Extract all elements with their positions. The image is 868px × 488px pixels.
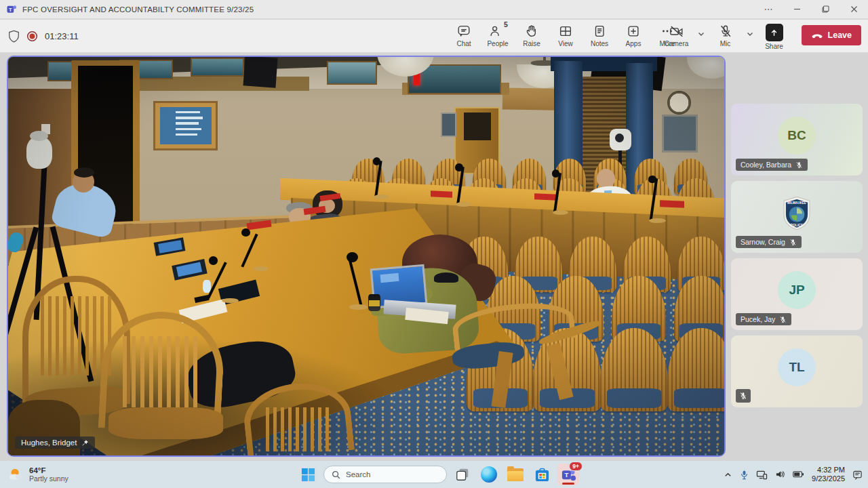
participant-name-badge: Pucek, Jay: [736, 313, 791, 325]
participant-tile-pucek[interactable]: JP Pucek, Jay: [731, 258, 863, 330]
start-button[interactable]: [297, 464, 319, 485]
participant-mute-badge: [736, 389, 751, 403]
meeting-stage: Hughes, Bridget BC Cooley, Barbara MILWA…: [0, 54, 868, 461]
recording-indicator: [26, 30, 38, 42]
close-button[interactable]: [840, 0, 868, 18]
edge-browser-icon[interactable]: [478, 464, 500, 485]
minimize-button[interactable]: [783, 0, 811, 18]
tray-volume-icon[interactable]: [775, 470, 785, 479]
pinned-speaker-badge: Hughes, Bridget: [15, 436, 95, 449]
apps-button[interactable]: Apps: [618, 22, 648, 47]
share-button[interactable]: Share: [760, 22, 789, 50]
svg-text:POLICE: POLICE: [791, 222, 804, 226]
meeting-timer: 01:23:11: [45, 31, 79, 41]
mic-muted-icon: [779, 316, 787, 323]
camera-button[interactable]: Camera: [662, 22, 692, 47]
tray-chevron-icon[interactable]: [724, 470, 732, 479]
participant-tile-sarnow[interactable]: MILWAUKEEPOLICE Sarnow, Craig: [731, 181, 863, 253]
search-box[interactable]: Search: [323, 466, 447, 483]
tray-battery-icon[interactable]: [793, 470, 804, 479]
weather-widget[interactable]: 64°F Partly sunny: [7, 466, 68, 483]
vignette: [8, 57, 724, 455]
camera-options-chevron[interactable]: [697, 30, 705, 38]
people-count-badge: 5: [504, 20, 508, 35]
hangup-phone-icon: [811, 31, 823, 39]
weather-condition: Partly sunny: [29, 474, 68, 483]
window-titlebar: T FPC OVERSIGHT AND ACCOUNTABILTY COMMIT…: [0, 0, 868, 19]
pinned-video-tile[interactable]: Hughes, Bridget: [7, 56, 726, 457]
participant-tile-cooley[interactable]: BC Cooley, Barbara: [731, 104, 863, 176]
notification-bell-icon[interactable]: [852, 470, 863, 480]
chat-button[interactable]: Chat: [449, 22, 479, 47]
svg-text:MILWAUKEE: MILWAUKEE: [787, 201, 806, 204]
privacy-shield-icon: [8, 30, 20, 43]
tray-time: 4:32 PM: [812, 466, 845, 474]
tray-mic-icon[interactable]: [740, 470, 749, 480]
participant-name-badge: Sarnow, Craig: [736, 236, 802, 248]
search-icon: [332, 470, 340, 479]
tray-clock[interactable]: 4:32 PM 9/23/2025: [812, 466, 845, 483]
pin-icon: [81, 439, 89, 447]
milwaukee-police-badge-logo: MILWAUKEEPOLICE: [778, 194, 816, 232]
search-placeholder: Search: [346, 470, 370, 479]
meeting-toolbar: 01:23:11 Chat 5 People Raise View Notes …: [0, 20, 868, 53]
mic-options-chevron[interactable]: [746, 30, 754, 38]
avatar: JP: [778, 271, 816, 309]
tray-date: 9/23/2025: [812, 474, 845, 483]
mic-muted-icon: [739, 392, 747, 400]
window-more-button[interactable]: ⋯: [754, 0, 783, 18]
file-explorer-icon[interactable]: [505, 464, 526, 485]
teams-taskbar-icon[interactable]: T 9+: [557, 464, 579, 485]
mic-button[interactable]: Mic: [711, 22, 741, 47]
teams-app-icon: T: [7, 4, 17, 14]
people-button[interactable]: 5 People: [483, 22, 513, 47]
notes-icon: [592, 24, 607, 39]
svg-text:T: T: [9, 7, 12, 13]
mic-muted-icon: [795, 161, 803, 169]
window-title: FPC OVERSIGHT AND ACCOUNTABILTY COMMITTE…: [22, 5, 254, 14]
meeting-room-video: [8, 57, 724, 455]
avatar: BC: [778, 117, 816, 155]
share-screen-icon: [766, 24, 783, 41]
weather-temp: 64°F: [29, 466, 68, 474]
svg-text:T: T: [564, 471, 568, 479]
mic-off-icon: [718, 24, 733, 39]
camera-off-icon: [669, 24, 685, 39]
view-grid-icon: [558, 24, 573, 39]
windows-taskbar: 64°F Partly sunny Search T 9+: [0, 461, 868, 488]
leave-button[interactable]: Leave: [802, 25, 861, 45]
participant-sidebar: BC Cooley, Barbara MILWAUKEEPOLICE Sarno…: [731, 104, 863, 407]
task-view-button[interactable]: [452, 464, 473, 485]
view-button[interactable]: View: [551, 22, 580, 47]
notes-button[interactable]: Notes: [585, 22, 614, 47]
teams-notification-badge: 9+: [569, 462, 583, 471]
raise-hand-button[interactable]: Raise: [517, 22, 547, 47]
weather-icon: [7, 466, 24, 483]
microsoft-store-icon[interactable]: [531, 464, 553, 485]
mic-muted-icon: [789, 239, 797, 246]
chat-icon: [456, 24, 471, 39]
raise-hand-icon: [524, 24, 539, 39]
pinned-speaker-name: Hughes, Bridget: [21, 439, 77, 447]
maximize-button[interactable]: [811, 0, 840, 18]
tray-network-icon[interactable]: [756, 470, 768, 480]
avatar: TL: [778, 348, 816, 386]
apps-icon: [626, 24, 641, 39]
people-icon: 5: [488, 24, 507, 39]
participant-name-badge: Cooley, Barbara: [736, 159, 808, 171]
participant-tile-tl[interactable]: TL: [731, 336, 863, 407]
